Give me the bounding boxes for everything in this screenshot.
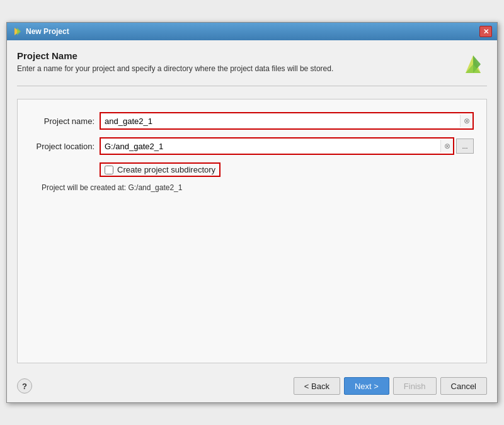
browse-icon: ... — [462, 142, 467, 150]
project-name-input-wrapper: ⊗ — [100, 112, 474, 130]
project-location-clear-button[interactable]: ⊗ — [440, 140, 453, 152]
checkbox-label: Create project subdirectory — [117, 165, 215, 174]
browse-button[interactable]: ... — [456, 139, 474, 154]
project-name-input[interactable] — [101, 113, 460, 128]
project-location-row: Project location: ⊗ ... — [30, 137, 474, 155]
project-name-label: Project name: — [30, 116, 100, 126]
location-clear-icon: ⊗ — [444, 142, 450, 150]
project-location-input[interactable] — [101, 139, 440, 154]
title-bar-left: New Project — [12, 26, 69, 37]
footer-right: < Back Next > Finish Cancel — [294, 377, 487, 395]
close-button[interactable]: ✕ — [479, 26, 492, 37]
help-icon: ? — [22, 382, 27, 391]
clear-icon: ⊗ — [464, 116, 470, 125]
title-bar-title: New Project — [26, 27, 69, 36]
new-project-dialog: New Project ✕ Project Name Enter a name … — [6, 22, 498, 403]
header-text-block: Project Name Enter a name for your proje… — [17, 50, 459, 74]
header-description: Enter a name for your project and specif… — [17, 64, 459, 74]
header-divider — [17, 86, 487, 86]
header-section: Project Name Enter a name for your proje… — [17, 50, 487, 78]
project-location-input-container: ⊗ ... — [100, 137, 474, 155]
create-subdirectory-checkbox-group: Create project subdirectory — [105, 165, 215, 174]
close-icon: ✕ — [483, 28, 489, 36]
cancel-button[interactable]: Cancel — [440, 377, 487, 395]
project-name-clear-button[interactable]: ⊗ — [460, 115, 472, 127]
page-title: Project Name — [17, 50, 459, 61]
checkbox-container: Create project subdirectory — [100, 162, 474, 177]
footer: ? < Back Next > Finish Cancel — [7, 371, 497, 402]
next-button[interactable]: Next > — [344, 377, 389, 395]
footer-left: ? — [17, 378, 32, 394]
app-logo — [459, 50, 487, 78]
checkbox-wrapper: Create project subdirectory — [100, 162, 220, 177]
project-location-input-wrapper: ⊗ — [100, 137, 454, 155]
project-location-label: Project location: — [30, 142, 100, 151]
new-project-icon — [12, 26, 22, 37]
back-button[interactable]: < Back — [294, 377, 340, 395]
svg-marker-1 — [17, 28, 21, 35]
title-bar: New Project ✕ — [7, 23, 497, 40]
project-path-info: Project will be created at: G:/and_gate2… — [42, 183, 474, 192]
window-body: Project Name Enter a name for your proje… — [7, 40, 497, 371]
content-area: Project name: ⊗ Project location: — [17, 99, 487, 363]
create-subdirectory-checkbox[interactable] — [105, 166, 113, 174]
finish-button[interactable]: Finish — [393, 377, 437, 395]
project-name-row: Project name: ⊗ — [30, 112, 474, 130]
help-button[interactable]: ? — [17, 378, 32, 394]
